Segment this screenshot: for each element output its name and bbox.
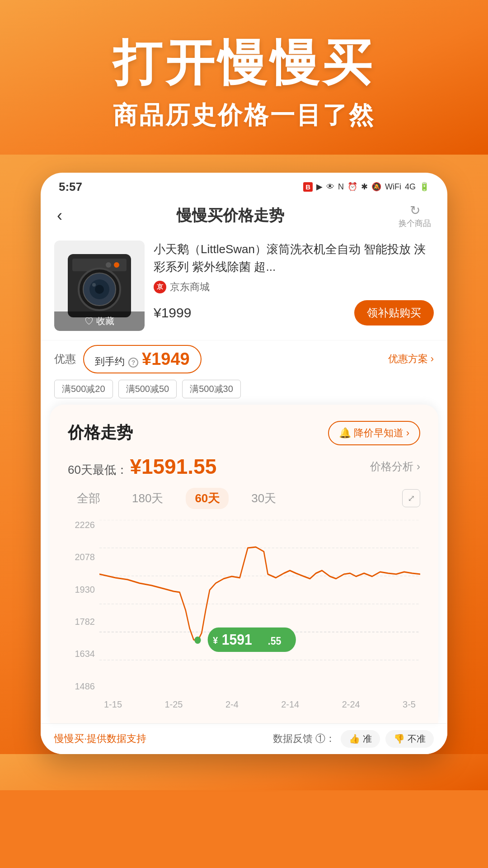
coupon-tag-3[interactable]: 满500减30	[182, 380, 241, 398]
status-bar: 5:57 B ▶ 👁 N ⏰ ✱ 🔕 WiFi 4G 🔋	[41, 173, 447, 198]
x-label-35: 3-5	[403, 699, 416, 710]
price-row: ¥1999 领补贴购买	[154, 300, 434, 326]
eye-icon: 👁	[326, 182, 334, 192]
phone-card: 5:57 B ▶ 👁 N ⏰ ✱ 🔕 WiFi 4G 🔋 ‹ 慢慢买价格走势 ↻…	[41, 173, 447, 754]
vote-down-button[interactable]: 👎 不准	[385, 730, 434, 748]
status-time: 5:57	[59, 180, 82, 194]
chart-area: 2226 2078 1930 1782 1634 1486	[68, 520, 420, 710]
discount-row: 优惠 到手约 ? ¥1949 优惠方案 ›	[54, 345, 434, 373]
page-title: 慢慢买价格走势	[177, 205, 284, 226]
original-price: ¥1999	[154, 305, 191, 321]
bell-icon: 🔔	[339, 427, 351, 439]
nfc-icon: N	[338, 182, 344, 192]
svg-point-2	[106, 262, 111, 268]
product-name: 小天鹅（LittleSwan）滚筒洗衣机全自动 智能投放 浃彩系列 紫外线除菌 …	[154, 241, 434, 276]
product-info: 小天鹅（LittleSwan）滚筒洗衣机全自动 智能投放 浃彩系列 紫外线除菌 …	[154, 241, 434, 331]
discount-oval: 到手约 ? ¥1949	[83, 345, 202, 373]
x-label-115: 1-15	[104, 699, 122, 710]
y-label-1930: 1930	[75, 585, 95, 595]
expand-icon-symbol: ⤢	[408, 493, 415, 504]
to-hand-text: 到手约	[95, 355, 125, 368]
signal-icon: 4G	[405, 182, 416, 192]
thumb-down-icon: 👎	[394, 733, 405, 744]
x-axis: 1-15 1-25 2-4 2-14 2-24 3-5	[99, 699, 420, 710]
discounted-price: ¥1949	[142, 349, 190, 369]
wifi-icon: WiFi	[385, 182, 401, 192]
shop-name: 京东商城	[170, 280, 210, 294]
coupon-row: 满500减20 满500减50 满500减30	[54, 380, 434, 398]
product-area: ♡ 收藏 小天鹅（LittleSwan）滚筒洗衣机全自动 智能投放 浃彩系列 紫…	[41, 236, 447, 340]
favorite-button[interactable]: ♡ 收藏	[54, 311, 145, 331]
analysis-link[interactable]: 价格分析 ›	[370, 459, 420, 474]
svg-point-15	[194, 637, 201, 644]
discount-area: 优惠 到手约 ? ¥1949 优惠方案 › 满500减20 满500减50 满5…	[41, 340, 447, 405]
alert-label: 降价早知道 ›	[354, 426, 409, 440]
jd-icon: 京	[154, 281, 166, 293]
hero-section: 打开慢慢买 商品历史价格一目了然	[0, 0, 488, 155]
period-tabs: 全部 180天 60天 30天 ⤢	[68, 488, 420, 509]
y-label-2078: 2078	[75, 552, 95, 562]
refresh-icon: ↻	[410, 203, 420, 218]
period-all[interactable]: 全部	[68, 488, 109, 509]
nav-icon: ▶	[316, 182, 323, 192]
svg-point-7	[95, 285, 104, 294]
shop-row: 京 京东商城	[154, 280, 434, 294]
chart-svg-container: ¥ 1591 .55	[99, 520, 420, 692]
coupon-tag-1[interactable]: 满500减20	[54, 380, 113, 398]
period-30[interactable]: 30天	[242, 488, 285, 509]
refresh-label: 换个商品	[399, 218, 431, 229]
min-price-value: ¥1591.55	[130, 455, 216, 478]
bt-icon: ✱	[361, 182, 368, 192]
min-price-group: 60天最低： ¥1591.55	[68, 454, 216, 479]
vote-down-label: 不准	[408, 733, 426, 745]
brand-label: 慢慢买·提供数据支持	[54, 732, 146, 745]
y-label-1782: 1782	[75, 617, 95, 627]
trend-header: 价格走势 🔔 降价早知道 ›	[68, 421, 420, 445]
alert-button[interactable]: 🔔 降价早知道 ›	[328, 421, 420, 445]
x-label-24: 2-4	[225, 699, 239, 710]
period-180[interactable]: 180天	[123, 488, 172, 509]
y-label-2226: 2226	[75, 520, 95, 530]
discount-link[interactable]: 优惠方案 ›	[388, 352, 434, 366]
x-label-214: 2-14	[281, 699, 299, 710]
status-icons: B ▶ 👁 N ⏰ ✱ 🔕 WiFi 4G 🔋	[303, 182, 429, 192]
expand-button[interactable]: ⤢	[402, 489, 420, 507]
mute-icon: 🔕	[371, 182, 381, 192]
svg-text:.55: .55	[268, 635, 282, 647]
hero-title: 打开慢慢买	[27, 36, 461, 90]
svg-text:¥: ¥	[213, 635, 218, 646]
washing-machine-svg	[63, 250, 136, 322]
feedback-label: 数据反馈 ①：	[273, 732, 335, 745]
coupon-tag-2[interactable]: 满500减50	[118, 380, 177, 398]
vote-up-label: 准	[363, 733, 372, 745]
y-label-1486: 1486	[75, 681, 95, 692]
trend-card: 价格走势 🔔 降价早知道 › 60天最低： ¥1591.55 价格分析 › 全部…	[50, 405, 438, 723]
svg-point-3	[114, 262, 119, 268]
alarm-icon: ⏰	[347, 182, 357, 192]
nav-bar: ‹ 慢慢买价格走势 ↻ 换个商品	[41, 198, 447, 236]
feedback-area: 数据反馈 ①： 👍 准 👎 不准	[273, 730, 434, 748]
bottom-strip	[0, 754, 488, 790]
min-price-label: 60天最低：	[68, 463, 128, 476]
thumb-up-icon: 👍	[349, 733, 360, 744]
svg-point-8	[92, 283, 96, 287]
bottom-bar: 慢慢买·提供数据支持 数据反馈 ①： 👍 准 👎 不准	[41, 723, 447, 754]
question-icon: ?	[128, 358, 138, 368]
product-image: ♡ 收藏	[54, 241, 145, 331]
svg-text:1591: 1591	[222, 631, 252, 648]
phone-area: 5:57 B ▶ 👁 N ⏰ ✱ 🔕 WiFi 4G 🔋 ‹ 慢慢买价格走势 ↻…	[0, 155, 488, 754]
boss-icon: B	[303, 182, 313, 192]
x-label-125: 1-25	[164, 699, 183, 710]
back-button[interactable]: ‹	[57, 206, 62, 225]
y-label-1634: 1634	[75, 649, 95, 659]
period-60[interactable]: 60天	[186, 488, 229, 509]
x-label-224: 2-24	[342, 699, 360, 710]
vote-up-button[interactable]: 👍 准	[341, 730, 380, 748]
discount-label: 优惠	[54, 352, 76, 366]
min-price-row: 60天最低： ¥1591.55 价格分析 ›	[68, 454, 420, 479]
battery-icon: 🔋	[419, 182, 429, 192]
trend-title: 价格走势	[68, 422, 133, 444]
buy-button[interactable]: 领补贴购买	[354, 300, 434, 326]
y-axis: 2226 2078 1930 1782 1634 1486	[68, 520, 99, 692]
refresh-button[interactable]: ↻ 换个商品	[399, 203, 431, 229]
